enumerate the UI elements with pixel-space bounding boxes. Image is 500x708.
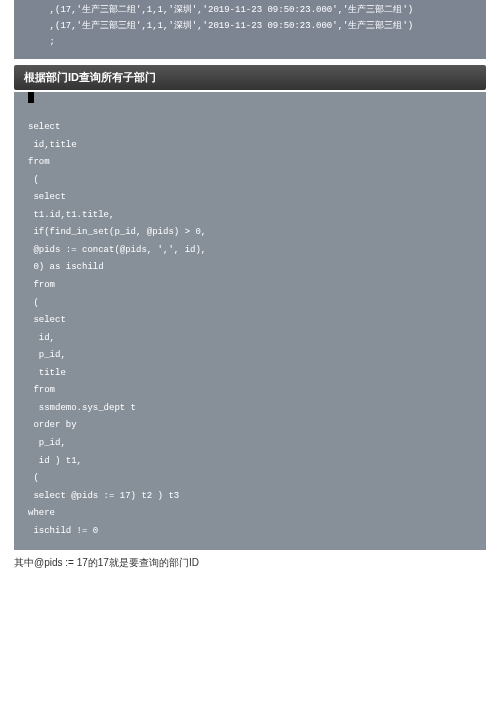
code-line: id,title	[28, 140, 77, 150]
code-line: p_id,	[28, 350, 66, 360]
code-line: t1.id,t1.title,	[28, 210, 114, 220]
code-line: ;	[28, 37, 55, 47]
code-line: (	[28, 175, 39, 185]
code-line: @pids := concat(@pids, ',', id),	[28, 245, 206, 255]
code-line: where	[28, 508, 55, 518]
code-line: 0) as ischild	[28, 262, 104, 272]
code-line: ssmdemo.sys_dept t	[28, 403, 136, 413]
section-header: 根据部门ID查询所有子部门	[14, 65, 486, 90]
code-line: (	[28, 298, 39, 308]
code-line: p_id,	[28, 438, 66, 448]
code-line: id,	[28, 333, 55, 343]
code-line: select @pids := 17) t2 ) t3	[28, 491, 179, 501]
code-line: ,(17,'生产三部二组',1,1,'深圳','2019-11-23 09:50…	[28, 5, 413, 15]
code-line: title	[28, 368, 66, 378]
code-line: from	[28, 280, 55, 290]
code-line: id ) t1,	[28, 456, 82, 466]
code-line: (	[28, 473, 39, 483]
top-code-block: ,(17,'生产三部二组',1,1,'深圳','2019-11-23 09:50…	[14, 0, 486, 59]
code-line: select	[28, 315, 66, 325]
code-line: select	[28, 122, 60, 132]
code-line: if(find_in_set(p_id, @pids) > 0,	[28, 227, 206, 237]
code-line: ischild != 0	[28, 526, 98, 536]
footnote-text: 其中@pids := 17的17就是要查询的部门ID	[0, 554, 500, 580]
cursor-icon	[28, 92, 34, 103]
code-line: ,(17,'生产三部三组',1,1,'深圳','2019-11-23 09:50…	[28, 21, 413, 31]
code-line: from	[28, 157, 50, 167]
code-line: from	[28, 385, 55, 395]
code-line: select	[28, 192, 66, 202]
main-code-block: select id,title from ( select t1.id,t1.t…	[14, 92, 486, 551]
code-line: order by	[28, 420, 77, 430]
